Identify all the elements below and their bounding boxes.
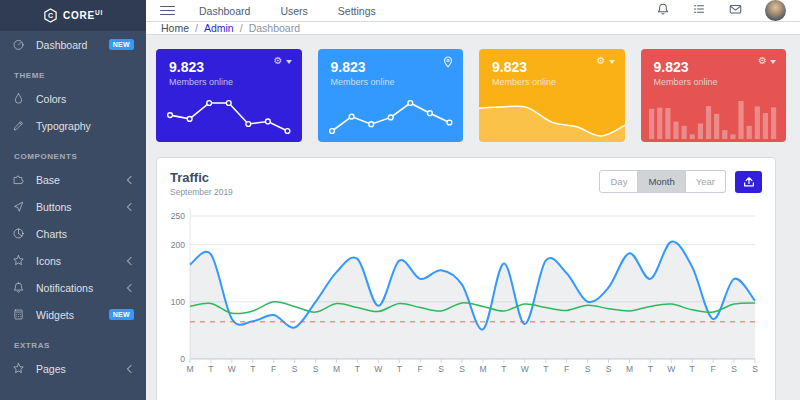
svg-text:T: T bbox=[501, 364, 506, 374]
sidebar-section-theme: THEME bbox=[0, 58, 146, 85]
star-icon bbox=[12, 254, 36, 267]
traffic-card: Traffic September 2019 Day Month Year bbox=[156, 157, 776, 400]
svg-text:F: F bbox=[418, 364, 423, 374]
brand-logo[interactable]: C COREUI bbox=[0, 0, 146, 31]
sidebar-section-components: COMPONENTS bbox=[0, 139, 146, 166]
stat-label: Members online bbox=[169, 77, 302, 87]
sidebar-item-typography[interactable]: Typography bbox=[0, 112, 146, 139]
range-year-button[interactable]: Year bbox=[686, 170, 726, 193]
download-button[interactable] bbox=[735, 171, 762, 193]
avatar[interactable] bbox=[765, 0, 786, 21]
sidebar-item-charts[interactable]: Charts bbox=[0, 220, 146, 247]
svg-text:F: F bbox=[564, 364, 569, 374]
gear-icon: ⚙ bbox=[597, 56, 606, 66]
sidebar-toggle-icon[interactable] bbox=[160, 3, 175, 18]
coreui-hexagon-icon: C bbox=[43, 8, 58, 23]
cursor-icon bbox=[12, 200, 36, 213]
sparkarea-chart bbox=[479, 90, 625, 142]
svg-text:S: S bbox=[438, 364, 444, 374]
svg-text:T: T bbox=[355, 364, 360, 374]
sidebar-item-icons[interactable]: Icons bbox=[0, 247, 146, 274]
svg-text:C: C bbox=[48, 12, 53, 19]
new-badge: NEW bbox=[109, 309, 134, 320]
speedometer-icon bbox=[12, 38, 36, 51]
location-pin-icon bbox=[443, 56, 453, 68]
brand-name: COREUI bbox=[63, 9, 103, 21]
caret-down-icon bbox=[770, 60, 776, 64]
card-menu-button[interactable]: ⚙ bbox=[758, 56, 776, 66]
sidebar-item-notifications[interactable]: Notifications bbox=[0, 274, 146, 301]
svg-text:T: T bbox=[250, 364, 255, 374]
breadcrumb-current: Dashboard bbox=[249, 22, 300, 34]
header-icons bbox=[656, 0, 786, 21]
svg-text:S: S bbox=[731, 364, 737, 374]
bell-icon[interactable] bbox=[656, 2, 670, 20]
range-day-button[interactable]: Day bbox=[599, 170, 638, 193]
traffic-subtitle: September 2019 bbox=[170, 187, 233, 197]
svg-text:T: T bbox=[397, 364, 402, 374]
sidebar-item-base[interactable]: Base bbox=[0, 166, 146, 193]
svg-text:M: M bbox=[186, 364, 193, 374]
gear-icon: ⚙ bbox=[274, 56, 283, 66]
stat-card-danger: ⚙ 9.823 Members online bbox=[641, 49, 787, 142]
chart-pie-icon bbox=[12, 227, 36, 240]
stat-label: Members online bbox=[331, 77, 464, 87]
card-menu-button[interactable] bbox=[443, 56, 453, 68]
sparkline-chart bbox=[318, 90, 464, 142]
app-root: C COREUI Dashboard NEW THEME Colors Typo… bbox=[0, 0, 800, 400]
chevron-left-icon bbox=[127, 256, 135, 264]
chevron-left-icon bbox=[127, 283, 135, 291]
nav-dashboard[interactable]: Dashboard bbox=[199, 5, 250, 17]
svg-text:T: T bbox=[690, 364, 695, 374]
svg-text:T: T bbox=[543, 364, 548, 374]
chevron-left-icon bbox=[127, 202, 135, 210]
svg-text:T: T bbox=[208, 364, 213, 374]
svg-text:T: T bbox=[648, 364, 653, 374]
card-menu-button[interactable]: ⚙ bbox=[597, 56, 615, 66]
top-header: Dashboard Users Settings bbox=[146, 0, 800, 22]
main-column: Dashboard Users Settings Home / Admin / … bbox=[146, 0, 800, 400]
gear-icon: ⚙ bbox=[758, 56, 767, 66]
chevron-left-icon bbox=[127, 364, 135, 372]
sparkline-chart bbox=[156, 90, 302, 142]
sidebar: C COREUI Dashboard NEW THEME Colors Typo… bbox=[0, 0, 146, 400]
chevron-left-icon bbox=[127, 175, 135, 183]
sidebar-item-dashboard[interactable]: Dashboard NEW bbox=[0, 31, 146, 58]
svg-text:M: M bbox=[479, 364, 486, 374]
breadcrumb: Home / Admin / Dashboard bbox=[146, 22, 800, 35]
pencil-icon bbox=[12, 119, 36, 132]
svg-text:W: W bbox=[521, 364, 529, 374]
envelope-icon[interactable] bbox=[728, 2, 743, 20]
card-menu-button[interactable]: ⚙ bbox=[274, 56, 292, 66]
svg-text:0: 0 bbox=[180, 354, 185, 364]
svg-text:M: M bbox=[626, 364, 633, 374]
breadcrumb-admin[interactable]: Admin bbox=[204, 22, 234, 34]
bell-icon bbox=[12, 281, 36, 294]
breadcrumb-home[interactable]: Home bbox=[161, 22, 189, 34]
svg-text:S: S bbox=[606, 364, 612, 374]
nav-settings[interactable]: Settings bbox=[338, 5, 376, 17]
svg-text:W: W bbox=[374, 364, 382, 374]
sidebar-item-pages[interactable]: Pages bbox=[0, 355, 146, 382]
nav-users[interactable]: Users bbox=[280, 5, 307, 17]
svg-text:W: W bbox=[667, 364, 675, 374]
sidebar-item-buttons[interactable]: Buttons bbox=[0, 193, 146, 220]
sidebar-section-extras: EXTRAS bbox=[0, 328, 146, 355]
list-icon[interactable] bbox=[692, 2, 706, 20]
sidebar-item-colors[interactable]: Colors bbox=[0, 85, 146, 112]
drop-icon bbox=[12, 92, 36, 105]
svg-text:250: 250 bbox=[171, 211, 185, 221]
range-month-button[interactable]: Month bbox=[638, 170, 685, 193]
sidebar-item-widgets[interactable]: Widgets NEW bbox=[0, 301, 146, 328]
page-content: ⚙ 9.823 Members online 9.823 Members onl… bbox=[146, 35, 800, 400]
stat-card-warning: ⚙ 9.823 Members online bbox=[479, 49, 625, 142]
svg-text:S: S bbox=[459, 364, 465, 374]
traffic-title: Traffic bbox=[170, 170, 233, 185]
new-badge: NEW bbox=[109, 39, 134, 50]
stat-label: Members online bbox=[492, 77, 625, 87]
stat-cards-row: ⚙ 9.823 Members online 9.823 Members onl… bbox=[156, 49, 786, 142]
svg-text:S: S bbox=[585, 364, 591, 374]
svg-text:F: F bbox=[271, 364, 276, 374]
stat-label: Members online bbox=[654, 77, 787, 87]
svg-text:200: 200 bbox=[171, 240, 185, 250]
